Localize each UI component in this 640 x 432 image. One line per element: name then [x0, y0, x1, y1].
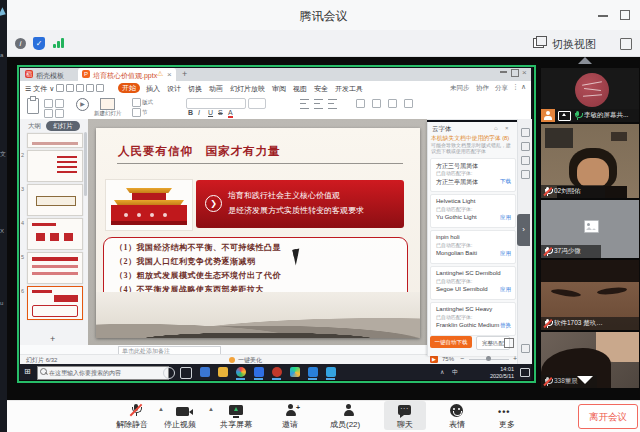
font-size-select[interactable] [248, 98, 266, 109]
new-slide-icon[interactable] [100, 98, 115, 110]
chat-button[interactable]: 聊天 [397, 419, 413, 430]
clear-icon[interactable] [55, 109, 64, 118]
participant-tile[interactable]: 软件1703 楚玖… [541, 260, 639, 330]
layout-label[interactable]: 版式 [142, 99, 153, 106]
more-button[interactable]: 更多 [499, 419, 515, 430]
chat-icon[interactable]: ··· [398, 405, 411, 415]
font-action-link[interactable]: 应用 [500, 286, 511, 293]
share-screen-icon[interactable] [229, 405, 243, 415]
slide-thumbnail-selected[interactable] [27, 286, 83, 320]
chart-icon[interactable] [404, 99, 413, 108]
section-label[interactable]: 节 [142, 109, 148, 116]
font-action-link[interactable]: 应用 [500, 250, 511, 257]
bold-button[interactable]: B [188, 109, 193, 116]
wps-quick-icons[interactable] [56, 81, 116, 95]
taskbar-app-icon[interactable] [254, 367, 264, 377]
wps-collab-button[interactable]: 协作 [476, 84, 489, 93]
new-slide-label[interactable]: 新建幻灯片 [94, 110, 122, 117]
slide-thumbnail[interactable] [27, 252, 83, 284]
unmute-button[interactable]: 解除静音 [116, 419, 148, 430]
fullscreen-icon[interactable] [620, 38, 632, 50]
scroll-up-icon[interactable] [578, 57, 592, 64]
participant-tile[interactable]: 李敏的屏幕共... [541, 68, 639, 122]
side-tool-icon[interactable] [521, 128, 530, 137]
paste-icon[interactable] [27, 98, 39, 114]
taskbar-app-icon[interactable] [272, 367, 282, 377]
download-all-fonts-button[interactable]: 一键自动下载 [430, 336, 472, 348]
mic-options-caret[interactable]: ▲ [158, 406, 164, 412]
picture-icon[interactable] [388, 99, 397, 108]
font-family-select[interactable] [186, 98, 246, 109]
zoom-out-icon[interactable]: − [460, 355, 464, 362]
wps-menu-security[interactable]: 安全 [314, 84, 328, 94]
italic-button[interactable]: I [198, 109, 200, 116]
participant-tile[interactable]: 02刘熙佑 [541, 124, 639, 198]
slide-thumbnail[interactable] [27, 184, 83, 216]
task-view-icon[interactable] [180, 367, 192, 379]
font-action-link[interactable]: 替换 [500, 322, 511, 329]
align-center-icon[interactable] [314, 99, 323, 109]
wps-menu-transition[interactable]: 切换 [188, 84, 202, 94]
font-card[interactable]: 方正三号黑简体 已自动匹配字体: 方正兰亭黑简体 下载 [430, 158, 516, 192]
wps-maximize-icon[interactable] [511, 69, 519, 77]
section-icon[interactable] [132, 108, 141, 117]
more-icon[interactable]: ••• [498, 407, 510, 417]
wps-menu-design[interactable]: 设计 [167, 84, 181, 94]
unmute-mic-icon[interactable] [130, 404, 142, 417]
font-card[interactable]: inpin holi 已自动匹配字体: Mongolian Baiti 应用 [430, 230, 516, 264]
emoji-icon[interactable] [450, 404, 463, 417]
leave-meeting-button[interactable]: 离开会议 [578, 404, 638, 429]
title-bar[interactable]: 腾讯会议 [7, 0, 640, 31]
minimize-icon[interactable] [598, 15, 608, 17]
wps-menu-start[interactable]: 开始 [118, 83, 140, 93]
wps-close-icon[interactable]: × [522, 68, 527, 77]
wps-home-tab[interactable]: 稻壳模板 [36, 71, 64, 81]
wps-menu-devtools[interactable]: 开发工具 [335, 84, 363, 94]
font-color-button[interactable]: A [228, 109, 233, 118]
cortana-icon[interactable] [163, 367, 175, 379]
ime-indicator[interactable]: 中 [452, 368, 458, 377]
start-button[interactable]: ⊞ [24, 368, 32, 376]
taskbar-app-icon[interactable] [326, 367, 336, 377]
more-vertical-icon[interactable]: ⋮ [512, 83, 519, 91]
slideshow-play-icon[interactable]: ▶ [430, 355, 438, 363]
align-left-icon[interactable] [300, 99, 309, 109]
participant-tile[interactable]: 37冯少微 [541, 200, 639, 258]
wps-menu-insert[interactable]: 插入 [146, 84, 160, 94]
stop-video-button[interactable]: 停止视频 [164, 419, 196, 430]
side-tool-icon[interactable] [521, 156, 530, 165]
undo-icon[interactable] [55, 99, 64, 108]
expand-panel-tab[interactable]: › [517, 214, 530, 246]
video-options-caret[interactable]: ▲ [208, 406, 214, 412]
members-button[interactable]: 成员(22) [330, 419, 360, 430]
slide-thumbnail[interactable] [27, 218, 83, 250]
pin-icon[interactable]: ⌂ [494, 125, 498, 131]
font-card[interactable]: Helvetica Light 已自动匹配字体: Yu Gothic Light… [430, 194, 516, 228]
shapes-icon[interactable] [372, 99, 381, 108]
emoji-button[interactable]: 表情 [449, 419, 465, 430]
wps-sync-status[interactable]: 未同步 [450, 84, 470, 93]
slide-thumbnail[interactable] [27, 133, 83, 148]
layout-icon[interactable] [132, 98, 141, 107]
thumbnail-scrollbar[interactable] [84, 132, 87, 196]
side-tool-icon[interactable] [521, 142, 530, 151]
members-icon[interactable] [342, 404, 355, 417]
notification-center-icon[interactable] [520, 368, 530, 377]
new-tab-icon[interactable]: + [182, 69, 187, 79]
taskbar-app-icon[interactable] [308, 367, 318, 377]
wps-menu-slideshow[interactable]: 幻灯片放映 [230, 84, 265, 94]
scroll-down-icon[interactable] [577, 376, 593, 384]
add-slide-icon[interactable]: + [50, 334, 55, 344]
strike-button[interactable]: S [218, 109, 223, 116]
font-action-link[interactable]: 下载 [500, 178, 511, 185]
font-action-link[interactable]: 应用 [500, 214, 511, 221]
taskbar-search-input[interactable]: 在这里输入你要搜索的内容 [37, 366, 169, 380]
zoom-slider-knob[interactable] [486, 356, 491, 361]
underline-button[interactable]: U [208, 109, 213, 116]
wps-minimize-icon[interactable] [500, 71, 507, 73]
browser-icon[interactable] [236, 367, 246, 377]
collapse-ribbon-icon[interactable]: ∧ [521, 83, 526, 91]
stop-video-icon[interactable] [176, 407, 189, 416]
wps-menu-view[interactable]: 视图 [293, 84, 307, 94]
wps-menu-animation[interactable]: 动画 [209, 84, 223, 94]
